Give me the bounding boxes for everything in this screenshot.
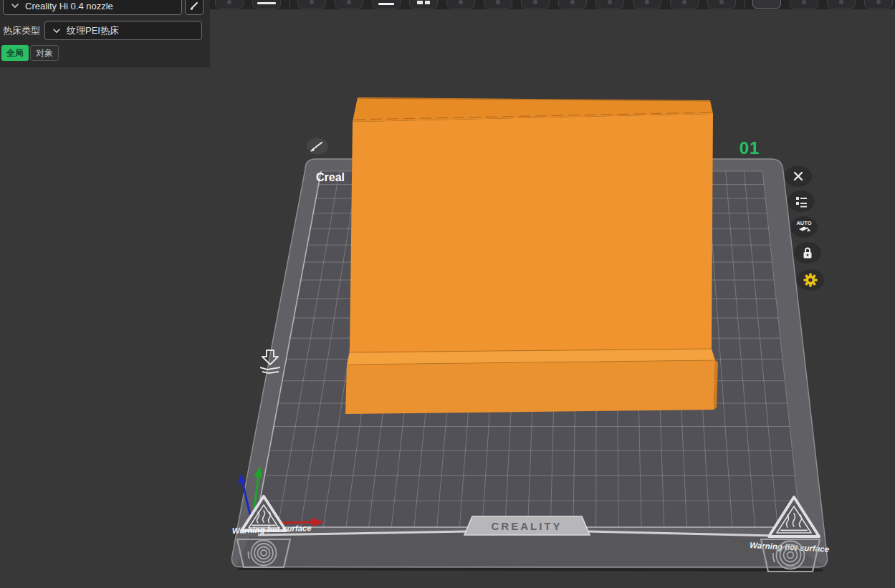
- toolbar-button-16[interactable]: [752, 0, 781, 9]
- toolbar-button-11[interactable]: [595, 0, 624, 9]
- toolbar-button-5[interactable]: [372, 0, 401, 9]
- toolbar-separator: [289, 0, 290, 9]
- toolbar-button-18[interactable]: [827, 0, 856, 9]
- toolbar-separator: [745, 0, 745, 9]
- pencil-icon: [189, 1, 199, 11]
- toolbar-button-13[interactable]: [670, 0, 699, 9]
- printer-selector-value: Creality Hi 0.4 nozzle: [25, 1, 113, 11]
- toolbar-button-3[interactable]: [297, 0, 326, 9]
- gear-icon: [802, 271, 819, 289]
- toolbar-button-0[interactable]: [215, 0, 244, 9]
- plate-name-label: Creal: [316, 171, 345, 183]
- toolbar-button-9[interactable]: [521, 0, 550, 9]
- printer-edit-button[interactable]: [185, 0, 204, 15]
- lock-icon: [800, 246, 815, 260]
- toolbar-button-14[interactable]: [707, 0, 736, 9]
- creality-badge: CREALITY: [464, 516, 590, 535]
- main-toolbar: [210, 0, 895, 9]
- toolbar-button-8[interactable]: [484, 0, 512, 9]
- list-icon: [794, 194, 808, 208]
- model-base-front: [345, 360, 715, 414]
- toolbar-button-6[interactable]: [409, 0, 438, 9]
- printer-selector-dropdown[interactable]: Creality Hi 0.4 nozzle: [3, 0, 182, 15]
- close-icon: [791, 169, 805, 183]
- toolbar-button-10[interactable]: [558, 0, 587, 9]
- tab-object[interactable]: 对象: [30, 45, 59, 61]
- lock-button[interactable]: [794, 242, 821, 264]
- plate-edit-button[interactable]: [307, 138, 328, 155]
- brand-logo-text: CREALITY: [492, 520, 563, 532]
- viewport-3d[interactable]: CREALITY Creal 01: [0, 0, 895, 588]
- creality-print-window: { "left_panel": { "printer_selector": { …: [0, 0, 895, 588]
- auto-arrange-button[interactable]: AUTO: [790, 216, 818, 238]
- close-plate-button[interactable]: [785, 165, 812, 187]
- plate-front-skirt: [236, 533, 824, 566]
- chevron-down-icon: [11, 3, 19, 9]
- svg-text:AUTO: AUTO: [796, 220, 811, 226]
- toolbar-button-1[interactable]: [252, 0, 281, 9]
- scope-tabs: 全局 对象: [1, 45, 59, 61]
- model-orange-box[interactable]: [345, 97, 718, 414]
- plate-bottom-shadow: [238, 569, 823, 570]
- bed-type-dropdown[interactable]: 纹理PEI热床: [44, 21, 202, 40]
- toolbar-button-12[interactable]: [633, 0, 661, 9]
- toolbar-button-19[interactable]: [864, 0, 893, 9]
- toolbar-button-17[interactable]: [790, 0, 818, 9]
- toolbar-button-4[interactable]: [335, 0, 363, 9]
- model-front-face: [350, 114, 713, 352]
- plate-number: 01: [740, 138, 760, 158]
- bed-type-label: 热床类型: [3, 24, 40, 37]
- settings-button[interactable]: [797, 269, 824, 291]
- prepare-settings-panel: Creality Hi 0.4 nozzle 热床类型 纹理PEI热床 全局 对…: [0, 0, 210, 66]
- toolbar-button-7[interactable]: [446, 0, 475, 9]
- bed-type-value: 纹理PEI热床: [67, 24, 119, 37]
- chevron-down-icon: [52, 28, 61, 34]
- plate-list-button[interactable]: [788, 191, 815, 212]
- auto-arrange-icon: AUTO: [795, 218, 813, 236]
- tab-global[interactable]: 全局: [1, 45, 29, 61]
